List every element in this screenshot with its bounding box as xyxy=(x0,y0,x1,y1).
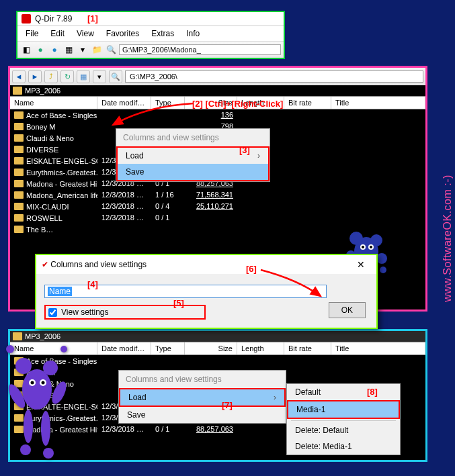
address-bar[interactable]: G:\MP3_2006\Madona_ xyxy=(119,44,281,55)
column-headers: Name Date modif… Type Size Length Bit ra… xyxy=(10,96,425,109)
svg-point-8 xyxy=(380,267,386,273)
svg-point-11 xyxy=(362,246,364,248)
search-button[interactable]: 🔍 xyxy=(109,70,122,83)
menu-file[interactable]: File xyxy=(20,28,44,40)
sub-delete-default[interactable]: Delete: Default xyxy=(287,422,400,438)
toolbar-btn[interactable]: ● xyxy=(34,44,46,56)
toolbar-btn[interactable]: ▦ xyxy=(63,44,75,56)
ok-button[interactable]: OK xyxy=(329,302,366,318)
svg-point-19 xyxy=(41,411,50,446)
svg-point-12 xyxy=(370,246,372,248)
toolbar-btn[interactable]: ▾ xyxy=(77,44,89,56)
menu-view[interactable]: View xyxy=(71,28,99,40)
col-name[interactable]: Name xyxy=(10,97,97,109)
toolbar-btn[interactable]: ● xyxy=(48,44,60,56)
dropdown-button[interactable]: ▾ xyxy=(93,70,106,83)
table-row[interactable]: Ace of Base - Singles O…136 xyxy=(10,109,425,121)
dialog-titlebar[interactable]: ✔ Columns and view settings ✕ xyxy=(36,255,376,274)
col-date[interactable]: Date modif… xyxy=(97,342,151,354)
watermark-text: www.SoftwareOK.com :-) xyxy=(442,175,454,302)
name-input[interactable]: Name xyxy=(44,285,327,298)
chevron-right-icon: › xyxy=(257,151,260,160)
qdir-window: Q-Dir 7.89 File Edit View Favorites Extr… xyxy=(16,11,285,59)
title-bar[interactable]: Q-Dir 7.89 xyxy=(17,12,284,26)
pane-toolbar: ◄ ► ⤴ ↻ ▦ ▾ 🔍 G:\MP3_2006\ xyxy=(10,68,425,85)
col-bitrate[interactable]: Bit rate xyxy=(284,342,331,354)
ctx-load[interactable]: Load › xyxy=(116,146,270,164)
svg-point-14 xyxy=(15,358,32,374)
qdir-icon xyxy=(22,14,31,23)
up-button[interactable]: ⤴ xyxy=(44,70,58,83)
ctx-header: Columns and view settings xyxy=(119,371,286,388)
svg-point-4 xyxy=(376,253,387,264)
name-input-value: Name xyxy=(48,287,72,296)
view-settings-label: View settings xyxy=(61,307,108,317)
col-size[interactable]: Size xyxy=(185,342,237,354)
col-size[interactable]: Size xyxy=(185,97,237,109)
col-type[interactable]: Type xyxy=(151,97,185,109)
dialog-title: Columns and view settings xyxy=(50,260,147,269)
window-title: Q-Dir 7.89 xyxy=(35,14,72,23)
separator xyxy=(291,420,396,421)
splat-decoration xyxy=(0,316,81,466)
submenu-load: Default Media-1 Delete: Default Delete: … xyxy=(286,383,401,455)
ctx-load[interactable]: Load › xyxy=(119,388,286,407)
ctx-save[interactable]: Save xyxy=(116,164,270,181)
svg-point-23 xyxy=(43,448,54,459)
folder-icon xyxy=(13,87,22,95)
table-row[interactable]: MIX-CLAUDI12/3/2018 …0 / 425,110,271 xyxy=(10,201,425,212)
svg-point-18 xyxy=(24,410,33,443)
sub-delete-media1[interactable]: Delete: Media-1 xyxy=(287,438,400,455)
context-menu-2: Columns and view settings Load › Save xyxy=(118,370,286,424)
close-button[interactable]: ✕ xyxy=(351,258,371,271)
view-button[interactable]: ▦ xyxy=(77,70,90,83)
menu-info[interactable]: Info xyxy=(181,28,205,40)
forward-button[interactable]: ► xyxy=(28,70,42,83)
col-title[interactable]: Title xyxy=(331,342,425,354)
toolbar: ◧ ● ● ▦ ▾ 📁 🔍 G:\MP3_2006\Madona_ xyxy=(17,41,284,58)
pane-address[interactable]: G:\MP3_2006\ xyxy=(125,70,423,83)
svg-point-22 xyxy=(20,444,31,455)
toolbar-btn[interactable]: 🔍 xyxy=(105,44,117,56)
col-bitrate[interactable]: Bit rate xyxy=(284,97,331,109)
folder-tab[interactable]: MP3_2006 xyxy=(10,85,425,96)
folder-name: MP3_2006 xyxy=(25,87,60,95)
ctx-load-label: Load xyxy=(128,393,147,402)
chevron-right-icon: › xyxy=(274,393,276,402)
svg-point-17 xyxy=(49,379,69,406)
ctx-header: Columns and view settings xyxy=(116,129,270,146)
toolbar-btn[interactable]: 📁 xyxy=(91,44,103,56)
view-settings-checkbox[interactable]: View settings xyxy=(44,305,206,320)
col-title[interactable]: Title xyxy=(331,97,425,109)
sub-media1[interactable]: Media-1 xyxy=(287,400,400,419)
refresh-button[interactable]: ↻ xyxy=(60,70,74,83)
checkbox-icon[interactable] xyxy=(48,308,57,317)
svg-point-2 xyxy=(370,234,382,246)
sub-default[interactable]: Default xyxy=(287,384,400,400)
context-menu-columns: Columns and view settings Load › Save xyxy=(116,128,270,182)
columns-dialog: ✔ Columns and view settings ✕ Name View … xyxy=(35,254,378,329)
svg-point-20 xyxy=(6,345,14,353)
svg-point-21 xyxy=(60,346,67,352)
col-length[interactable]: Length xyxy=(237,342,284,354)
col-type[interactable]: Type xyxy=(151,342,185,354)
menu-edit[interactable]: Edit xyxy=(45,28,70,40)
col-length[interactable]: Length xyxy=(237,97,284,109)
menu-favorites[interactable]: Favorites xyxy=(101,28,144,40)
menu-bar: File Edit View Favorites Extras Info xyxy=(17,26,284,41)
svg-point-15 xyxy=(43,361,58,375)
svg-point-27 xyxy=(42,381,45,385)
ctx-load-label: Load xyxy=(126,151,144,160)
ctx-save[interactable]: Save xyxy=(119,407,286,423)
toolbar-btn[interactable]: ◧ xyxy=(20,44,32,56)
table-row[interactable]: Madona_American life…12/3/2018 …1 / 1671… xyxy=(10,189,425,201)
col-date[interactable]: Date modif… xyxy=(97,97,151,109)
menu-extras[interactable]: Extras xyxy=(146,28,179,40)
back-button[interactable]: ◄ xyxy=(12,70,26,83)
svg-point-13 xyxy=(22,369,52,410)
svg-point-1 xyxy=(349,232,363,245)
svg-point-26 xyxy=(31,381,34,385)
